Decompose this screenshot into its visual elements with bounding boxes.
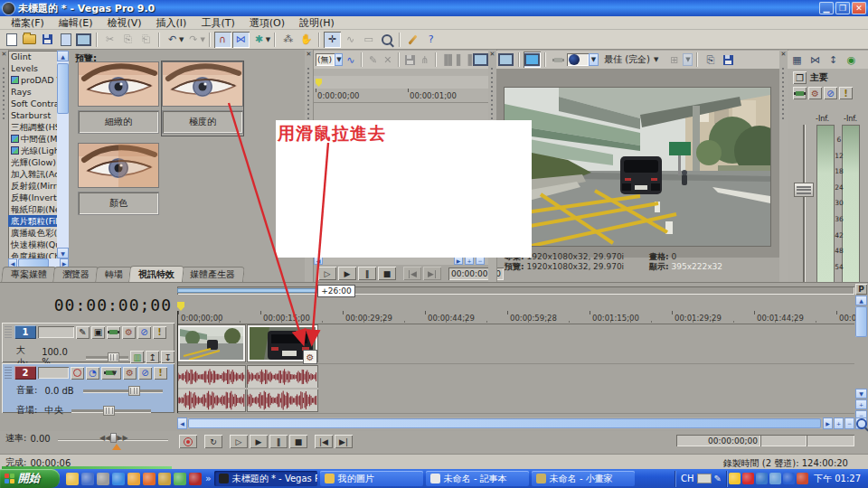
ignore-grouping-icon[interactable]: ⁂ xyxy=(279,32,297,48)
track1-multicam-icon[interactable]: ▥ xyxy=(130,351,144,363)
open-icon[interactable] xyxy=(21,32,38,48)
fx-list-vscrollbar[interactable]: ▲ ▼ xyxy=(57,51,69,258)
menu-item-3[interactable]: 插入(I) xyxy=(149,15,194,31)
close-dock-icon[interactable]: ✕ xyxy=(1,52,7,58)
timeline-ruler[interactable]: 0:00:00;0000:00:15;0000:00:29;2900:00:44… xyxy=(177,311,854,324)
trimmer-play-from-start-button[interactable]: ▷ xyxy=(318,267,336,280)
trimmer-pause-button[interactable]: ‖ xyxy=(358,267,376,280)
track2-number[interactable]: 2 xyxy=(14,366,36,380)
new-project-icon[interactable] xyxy=(3,32,20,48)
video-output-icon[interactable] xyxy=(524,52,541,68)
tab-0[interactable]: 專案媒體 xyxy=(1,267,57,282)
whats-this-help-icon[interactable]: ? xyxy=(422,32,439,48)
minimize-button[interactable]: ▁ xyxy=(819,2,834,14)
fx-list-item-11[interactable]: 反射鏡(Mirro xyxy=(8,180,57,192)
track2-automation-icon[interactable]: ◔ xyxy=(86,367,99,380)
scroll-down-icon[interactable]: ▼ xyxy=(855,389,867,399)
dim-output-icon[interactable]: ↕ xyxy=(825,52,842,68)
scroll-left-icon[interactable]: ◀ xyxy=(177,418,187,429)
pause-button[interactable]: ‖ xyxy=(269,435,288,448)
selection-start-display[interactable]: 00:00:00;00 xyxy=(676,435,760,446)
fx-list-item-17[interactable]: 色度模糊(Ch xyxy=(8,250,57,258)
fx-list-item-9[interactable]: 光輝(Glow) xyxy=(8,156,57,168)
taskbar-window-0[interactable]: 未標題的 * - Vegas P... xyxy=(214,471,317,486)
fx-list-item-1[interactable]: Levels xyxy=(8,62,57,74)
taskbar-window-1[interactable]: 我的圖片 xyxy=(320,471,423,486)
trimmer-marker-icon[interactable] xyxy=(316,79,322,87)
insert-bus-icon[interactable]: ▦ xyxy=(788,52,806,68)
mediaplayer-tray[interactable] xyxy=(783,473,795,484)
folder-shortcut[interactable] xyxy=(66,473,79,485)
go-to-end-button[interactable]: ▶| xyxy=(335,435,353,448)
firefox-shortcut[interactable] xyxy=(143,473,156,485)
vscroll-thumb[interactable] xyxy=(855,306,867,337)
track1-motion-icon[interactable]: ✎ xyxy=(76,326,90,339)
trimmer-fx-dropdown[interactable]: (無) xyxy=(316,53,335,66)
zoom-in-time-icon[interactable]: + xyxy=(834,418,844,429)
track1-mute-icon[interactable]: ⊘ xyxy=(137,326,151,339)
trimmer-next-frame-button[interactable]: ▶| xyxy=(423,267,441,280)
save-icon[interactable] xyxy=(39,32,56,48)
master-window-icon[interactable]: ❐ xyxy=(793,71,807,84)
menu-item-1[interactable]: 編輯(E) xyxy=(52,15,100,31)
zonealarm-tray[interactable] xyxy=(742,473,754,484)
enable-snapping-icon[interactable]: ∩ xyxy=(214,32,231,48)
close-dock-icon[interactable]: ✕ xyxy=(489,52,495,58)
hscroll-thumb[interactable] xyxy=(188,418,821,428)
master-fader-handle[interactable] xyxy=(794,183,814,197)
tab-2[interactable]: 轉場 xyxy=(95,267,133,282)
language-indicator[interactable]: CH xyxy=(681,474,694,483)
track1-expand-icon[interactable]: ↥ xyxy=(146,351,159,363)
taskbar-window-3[interactable]: 未命名 - 小畫家 xyxy=(532,471,635,486)
selection-end-display[interactable] xyxy=(760,435,807,446)
zoom-in-track-icon[interactable]: + xyxy=(855,399,867,409)
fx-list-item-5[interactable]: Starburst xyxy=(8,109,57,121)
preset-tile-2[interactable]: 顏色 xyxy=(78,143,159,217)
dropdown-caret-icon[interactable]: ▼ xyxy=(200,36,204,43)
word-shortcut[interactable] xyxy=(81,473,94,485)
trimmer-save-icon[interactable] xyxy=(403,52,417,68)
network-tray[interactable] xyxy=(756,473,768,484)
track1-fx-icon[interactable]: ⚙ xyxy=(122,326,136,339)
track2-device-icon[interactable]: ▼ xyxy=(101,367,121,380)
keyboard-icon[interactable] xyxy=(697,474,712,483)
timeline-cursor[interactable] xyxy=(177,311,178,413)
dropdown-caret-icon[interactable]: ▼ xyxy=(589,53,599,66)
pen-input-icon[interactable]: ✎ xyxy=(714,474,722,483)
fx-list-item-7[interactable]: 中間值(Media xyxy=(8,133,57,145)
trimmer-stop-button[interactable]: ■ xyxy=(378,267,396,280)
overlay-grid-icon[interactable]: ⊞ xyxy=(665,52,683,68)
track2-record-arm-icon[interactable] xyxy=(71,367,84,380)
rate-value[interactable]: 0.00 xyxy=(30,434,50,444)
menu-item-5[interactable]: 選項(O) xyxy=(242,15,292,31)
fx-list-item-8[interactable]: 光線(Light Ra xyxy=(8,145,57,156)
track2-solo-icon[interactable]: ! xyxy=(154,367,167,380)
external-monitor-icon[interactable] xyxy=(497,52,514,68)
paste-icon-icon[interactable]: ⎗ xyxy=(137,32,155,48)
fx-vscroll-thumb[interactable] xyxy=(57,63,69,114)
fx-list-item-0[interactable]: Glint xyxy=(8,51,57,62)
dropdown-caret-icon[interactable]: ▼ xyxy=(335,53,343,66)
taskbar-window-2[interactable]: 未命名 - 記事本 xyxy=(426,471,529,486)
downmix-icon[interactable]: ⋈ xyxy=(807,52,824,68)
track1-header[interactable]: 1 ✎ ▣ ⚙ ⊘ ! 大小: 100.0 % ▥ ↥ ↧ xyxy=(2,323,175,362)
trimmer-markin-icon[interactable]: ▐▌ xyxy=(440,52,456,68)
track1-collapse-icon[interactable]: ↧ xyxy=(161,351,175,363)
copy-icon-icon[interactable]: ⎘ xyxy=(119,32,137,48)
copy-snapshot-icon[interactable]: ⎘ xyxy=(702,52,719,68)
interactive-tutorials-icon[interactable] xyxy=(404,32,421,48)
zoom-edit-tool-icon[interactable] xyxy=(378,32,395,48)
maximize-button[interactable]: ❐ xyxy=(835,2,850,14)
envelope-edit-tool-icon[interactable]: ∿ xyxy=(342,32,359,48)
menu-item-4[interactable]: 工具(T) xyxy=(193,15,241,31)
normal-edit-tool-icon[interactable]: ✛ xyxy=(324,32,341,48)
zoom-out-time-icon[interactable]: − xyxy=(844,418,854,429)
cut-icon-icon[interactable]: ✂ xyxy=(101,32,118,48)
master-solo-icon[interactable]: ! xyxy=(839,87,853,99)
menu-item-2[interactable]: 檢視(V) xyxy=(99,15,148,31)
timeline-time-display[interactable]: 00:00:00;00 xyxy=(7,296,172,315)
clock[interactable]: 下午 01:27 xyxy=(814,473,861,485)
scroll-up-icon[interactable]: ▲ xyxy=(855,296,867,305)
trimmer-split-icon[interactable]: ⋔ xyxy=(418,52,431,68)
trimmer-marker-bar[interactable] xyxy=(314,76,488,89)
